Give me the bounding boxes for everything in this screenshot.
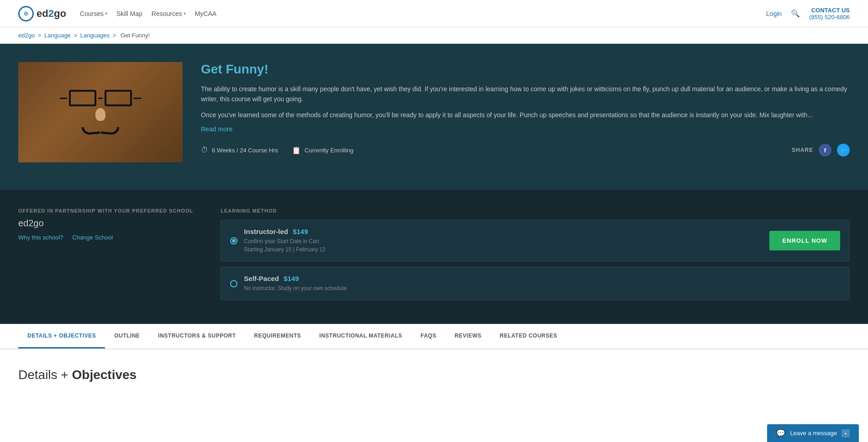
share-label: SHARE bbox=[792, 147, 813, 153]
instructor-sub2: Starting January 15 | February 12 bbox=[244, 245, 763, 254]
twitter-share-button[interactable]: 🐦 bbox=[837, 144, 850, 156]
partnership-block: OFFERED IN PARTNERSHIP WITH YOUR PREFERR… bbox=[18, 208, 193, 241]
duration-meta: ⏱ 6 Weeks / 24 Course Hrs bbox=[201, 146, 278, 154]
image-placeholder bbox=[18, 62, 183, 162]
clock-icon: ⏱ bbox=[201, 146, 208, 154]
self-paced-info: Self-Paced $149 No instructor. Study on … bbox=[244, 275, 840, 292]
contact-us-label: CONTACT US bbox=[809, 7, 850, 14]
course-description-2: Once you've learned some of the methods … bbox=[201, 110, 850, 120]
mustache-icon bbox=[82, 126, 119, 135]
details-section: Details + Objectives bbox=[0, 349, 868, 400]
enroll-now-button[interactable]: ENROLL NOW bbox=[769, 231, 840, 250]
breadcrumb-separator: > bbox=[74, 32, 79, 39]
breadcrumb-separator: > bbox=[38, 32, 43, 39]
tab-reviews[interactable]: REVIEWS bbox=[446, 324, 491, 348]
nav-resources[interactable]: Resources ▾ bbox=[152, 10, 186, 17]
breadcrumb: ed2go > Language > Languages > Get Funny… bbox=[0, 27, 868, 44]
self-paced-sub1: No instructor. Study on your own schedul… bbox=[244, 284, 840, 292]
tab-related-courses[interactable]: RELATED COURSES bbox=[491, 324, 567, 348]
hero-content: Get Funny! The ability to create humor i… bbox=[201, 62, 850, 156]
tab-outline[interactable]: OUTLINE bbox=[105, 324, 149, 348]
nav-skill-map[interactable]: Skill Map bbox=[116, 10, 142, 17]
nose-icon bbox=[95, 108, 105, 121]
self-paced-price: $149 bbox=[284, 275, 299, 282]
logo-icon: ◎ bbox=[18, 6, 34, 21]
instructor-radio[interactable] bbox=[230, 237, 237, 244]
why-school-link[interactable]: Why this school? bbox=[18, 234, 63, 241]
tab-instructional-materials[interactable]: INSTRUCTIONAL MATERIALS bbox=[310, 324, 411, 348]
chevron-down-icon: ▾ bbox=[184, 11, 186, 16]
tab-faqs[interactable]: FAQS bbox=[411, 324, 446, 348]
hero-section: Get Funny! The ability to create humor i… bbox=[0, 44, 868, 190]
logo[interactable]: ◎ ed2go bbox=[18, 6, 66, 21]
self-paced-option[interactable]: Self-Paced $149 No instructor. Study on … bbox=[221, 267, 850, 300]
breadcrumb-current: Get Funny! bbox=[121, 32, 150, 39]
main-nav: Courses ▾ Skill Map Resources ▾ MyCAA bbox=[80, 10, 216, 17]
breadcrumb-ed2go[interactable]: ed2go bbox=[18, 32, 35, 39]
breadcrumb-language[interactable]: Language bbox=[44, 32, 71, 39]
search-icon[interactable]: 🔍 bbox=[791, 9, 800, 18]
contact-phone: (855) 520-6806 bbox=[809, 14, 850, 21]
duration-text: 6 Weeks / 24 Course Hrs bbox=[212, 147, 278, 154]
breadcrumb-separator: > bbox=[113, 32, 118, 39]
instructor-price: $149 bbox=[293, 228, 308, 235]
learning-method-label: LEARNING METHOD bbox=[221, 208, 850, 213]
login-link[interactable]: Login bbox=[766, 10, 782, 17]
share-section: SHARE f 🐦 bbox=[792, 144, 850, 156]
enrollment-section: OFFERED IN PARTNERSHIP WITH YOUR PREFERR… bbox=[0, 190, 868, 324]
enrollment-status: Currently Enrolling bbox=[305, 147, 353, 154]
read-more-link[interactable]: Read more bbox=[201, 125, 232, 133]
change-school-link[interactable]: Change School bbox=[72, 234, 113, 241]
details-title: Details + Objectives bbox=[18, 368, 850, 382]
instructor-sub1: Confirm your Start Date in Cart bbox=[244, 237, 763, 245]
hero-meta: ⏱ 6 Weeks / 24 Course Hrs 📋 Currently En… bbox=[201, 144, 850, 156]
glasses-icon bbox=[60, 90, 141, 106]
instructor-title: Instructor-led $149 bbox=[244, 228, 763, 235]
tab-requirements[interactable]: REQUIREMENTS bbox=[245, 324, 310, 348]
course-title: Get Funny! bbox=[201, 62, 850, 77]
header-left: ◎ ed2go Courses ▾ Skill Map Resources ▾ … bbox=[18, 6, 216, 21]
instructor-info: Instructor-led $149 Confirm your Start D… bbox=[244, 228, 763, 254]
partnership-label: OFFERED IN PARTNERSHIP WITH YOUR PREFERR… bbox=[18, 208, 193, 213]
school-links: Why this school? Change School bbox=[18, 234, 193, 241]
course-description-1: The ability to create humor is a skill m… bbox=[201, 84, 850, 104]
contact-info: CONTACT US (855) 520-6806 bbox=[809, 7, 850, 21]
enrollment-meta: 📋 Currently Enrolling bbox=[292, 146, 353, 155]
nav-courses[interactable]: Courses ▾ bbox=[80, 10, 107, 17]
glasses-decoration bbox=[60, 90, 141, 135]
tabs-section: DETAILS + OBJECTIVES OUTLINE INSTRUCTORS… bbox=[0, 324, 868, 349]
course-image bbox=[18, 62, 183, 162]
facebook-share-button[interactable]: f bbox=[819, 144, 831, 156]
tab-instructors-support[interactable]: INSTRUCTORS & SUPPORT bbox=[149, 324, 245, 348]
main-header: ◎ ed2go Courses ▾ Skill Map Resources ▾ … bbox=[0, 0, 868, 27]
nav-mycaa[interactable]: MyCAA bbox=[195, 10, 216, 17]
learning-block: LEARNING METHOD Instructor-led $149 Conf… bbox=[221, 208, 850, 306]
self-paced-title: Self-Paced $149 bbox=[244, 275, 840, 282]
tab-details-objectives[interactable]: DETAILS + OBJECTIVES bbox=[18, 324, 105, 348]
logo-text: ed2go bbox=[37, 8, 66, 20]
instructor-led-option[interactable]: Instructor-led $149 Confirm your Start D… bbox=[221, 220, 850, 261]
breadcrumb-languages[interactable]: Languages bbox=[80, 32, 110, 39]
calendar-icon: 📋 bbox=[292, 146, 301, 155]
header-right: Login 🔍 CONTACT US (855) 520-6806 bbox=[766, 7, 850, 21]
school-name: ed2go bbox=[18, 218, 193, 229]
chevron-down-icon: ▾ bbox=[105, 11, 107, 16]
self-paced-radio[interactable] bbox=[230, 280, 237, 287]
